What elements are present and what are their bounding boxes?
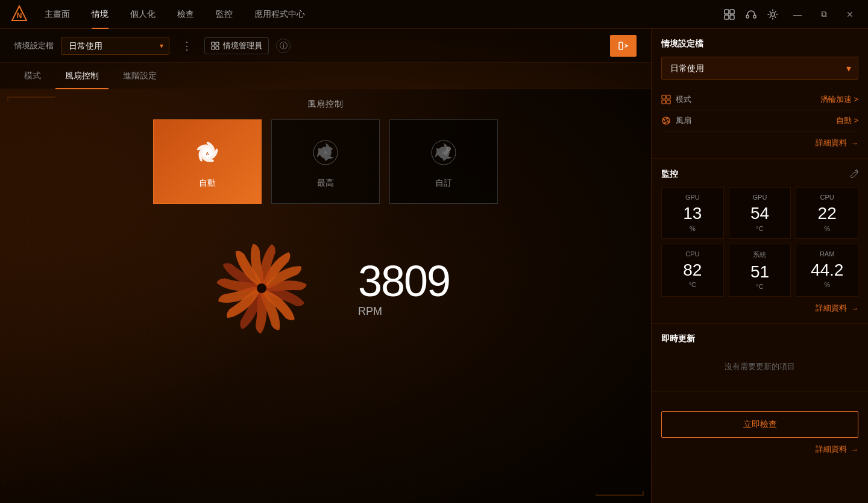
fan-icon <box>661 116 671 125</box>
fan-rpm-unit: RPM <box>358 305 450 318</box>
monitor-card-cpu-percent: CPU 22 % <box>796 187 858 239</box>
fan-mode-max[interactable]: 最高 <box>271 119 380 204</box>
monitor-section-header: 監控 <box>661 168 858 180</box>
settings-icon[interactable] <box>767 8 779 21</box>
fan-mode-auto[interactable]: A 自動 <box>153 119 262 204</box>
realtime-title: 即時更新 <box>661 334 858 344</box>
fan-section-title: 風扇控制 <box>14 99 637 110</box>
toolbar: 情境設定檔 日常使用 ▾ ⋮ 情境管理員 ⓘ <box>0 29 651 63</box>
monitor-gpu-percent-title: GPU <box>668 194 717 201</box>
fan-spinner <box>201 228 322 349</box>
monitor-settings-icon[interactable] <box>849 168 858 180</box>
scenario-detail-link[interactable]: 詳細資料 → <box>661 131 858 148</box>
bottom-detail-link[interactable]: 詳細資料 → <box>661 438 858 455</box>
monitor-card-sys-temp: 系統 51 °C <box>729 244 791 297</box>
monitor-title: 監控 <box>661 169 678 180</box>
monitor-grid: GPU 13 % GPU 54 °C CPU 22 % C <box>661 187 858 297</box>
monitor-cpu-percent-value: 22 <box>802 203 852 224</box>
fan-label: 風扇 <box>676 115 691 126</box>
monitor-ram-value: 44.2 <box>802 260 852 280</box>
profile-label: 情境設定檔 <box>14 40 54 51</box>
main-container: 情境設定檔 日常使用 ▾ ⋮ 情境管理員 ⓘ <box>0 29 868 503</box>
info-button[interactable]: ⓘ <box>276 39 291 53</box>
monitor-sys-temp-title: 系統 <box>735 250 785 259</box>
manager-label: 情境管理員 <box>223 40 262 51</box>
tab-mode[interactable]: 模式 <box>14 63 51 89</box>
svg-rect-4 <box>725 15 729 19</box>
fan-content: 風扇控制 <box>0 89 651 358</box>
svg-rect-9 <box>212 42 215 45</box>
scenario-detail-arrow-icon: → <box>851 139 858 148</box>
fan-display: 3809 RPM <box>14 228 637 349</box>
app-logo: N <box>10 5 29 24</box>
scenario-detail-label: 詳細資料 <box>816 138 847 148</box>
svg-rect-2 <box>725 10 729 14</box>
nav-item-personalize[interactable]: 個人化 <box>119 0 166 29</box>
monitor-sys-temp-value: 51 <box>735 262 785 282</box>
scenario-select[interactable]: 日常使用 <box>661 57 858 80</box>
svg-rect-6 <box>746 15 749 18</box>
mode-value[interactable]: 渦輪加速 > <box>820 94 858 105</box>
realtime-empty-text: 沒有需要更新的項目 <box>661 352 858 382</box>
fan-rpm-value: 3809 <box>358 259 450 303</box>
fan-control-area: 風扇控制 <box>0 89 651 503</box>
svg-rect-25 <box>667 100 670 104</box>
nav-item-monitor[interactable]: 監控 <box>205 0 244 29</box>
monitor-card-cpu-temp: CPU 82 °C <box>661 244 724 297</box>
tab-advanced[interactable]: 進階設定 <box>113 63 166 89</box>
titlebar-icons: — ⧉ ✕ <box>723 0 858 29</box>
monitor-detail-link[interactable]: 詳細資料 → <box>661 297 858 314</box>
minimize-button[interactable]: — <box>788 0 807 29</box>
tab-fan-control[interactable]: 風扇控制 <box>55 63 108 89</box>
fan-row: 風扇 自動 > <box>661 110 858 131</box>
toolbar-dots-button[interactable]: ⋮ <box>177 39 197 52</box>
scenario-dropdown: 日常使用 ▾ <box>661 57 858 80</box>
fan-value[interactable]: 自動 > <box>836 115 858 126</box>
svg-rect-13 <box>619 42 623 49</box>
close-button[interactable]: ✕ <box>841 0 858 29</box>
check-now-button[interactable]: 立即檢查 <box>661 411 858 438</box>
fan-rpm-display: 3809 RPM <box>358 259 450 318</box>
scenario-config-section: 情境設定檔 日常使用 ▾ 模式 渦輪加速 > <box>652 29 868 159</box>
monitor-detail-label: 詳細資料 <box>816 303 847 314</box>
headset-icon[interactable] <box>745 8 757 21</box>
svg-text:A: A <box>206 151 209 156</box>
svg-rect-24 <box>662 100 665 104</box>
mode-row-left: 模式 <box>661 94 691 105</box>
toolbar-manager-button[interactable]: 情境管理員 <box>204 37 269 54</box>
left-panel: 情境設定檔 日常使用 ▾ ⋮ 情境管理員 ⓘ <box>0 29 651 503</box>
monitor-gpu-percent-unit: % <box>668 225 717 232</box>
monitor-gpu-percent-value: 13 <box>668 203 717 224</box>
mode-row: 模式 渦輪加速 > <box>661 89 858 110</box>
fan-mode-auto-icon: A <box>189 134 225 171</box>
profile-select-wrapper: 日常使用 ▾ <box>61 37 169 55</box>
profile-select[interactable]: 日常使用 <box>61 37 169 55</box>
svg-rect-10 <box>216 42 219 45</box>
monitor-gpu-temp-value: 54 <box>735 203 785 224</box>
collapse-button[interactable] <box>610 35 637 57</box>
monitor-ram-title: RAM <box>802 250 852 258</box>
monitor-card-gpu-percent: GPU 13 % <box>661 187 724 239</box>
fan-mode-custom-icon <box>426 134 462 171</box>
svg-rect-23 <box>667 95 670 99</box>
svg-rect-11 <box>212 46 215 49</box>
restore-button[interactable]: ⧉ <box>816 0 832 29</box>
corner-decoration-br <box>596 491 644 496</box>
nav-item-home[interactable]: 主畫面 <box>34 0 81 29</box>
monitor-cpu-temp-title: CPU <box>668 250 717 258</box>
monitor-detail-arrow-icon: → <box>851 304 858 313</box>
fan-mode-auto-label: 自動 <box>199 178 216 189</box>
nav-item-scenario[interactable]: 情境 <box>81 0 119 29</box>
download-icon[interactable] <box>723 8 735 21</box>
manager-icon <box>211 42 219 50</box>
right-panel: 情境設定檔 日常使用 ▾ 模式 渦輪加速 > <box>651 29 868 503</box>
right-bottom-section: 立即檢查 詳細資料 → <box>652 392 868 464</box>
nav-item-app-center[interactable]: 應用程式中心 <box>244 0 316 29</box>
titlebar: N 主畫面 情境 個人化 檢查 監控 應用程式中心 <box>0 0 868 29</box>
mode-icon <box>661 95 671 104</box>
nav-item-check[interactable]: 檢查 <box>166 0 205 29</box>
svg-rect-7 <box>753 15 756 18</box>
bottom-detail-arrow-icon: → <box>851 445 858 454</box>
fan-mode-custom[interactable]: 自訂 <box>389 119 498 204</box>
svg-rect-5 <box>730 15 734 19</box>
